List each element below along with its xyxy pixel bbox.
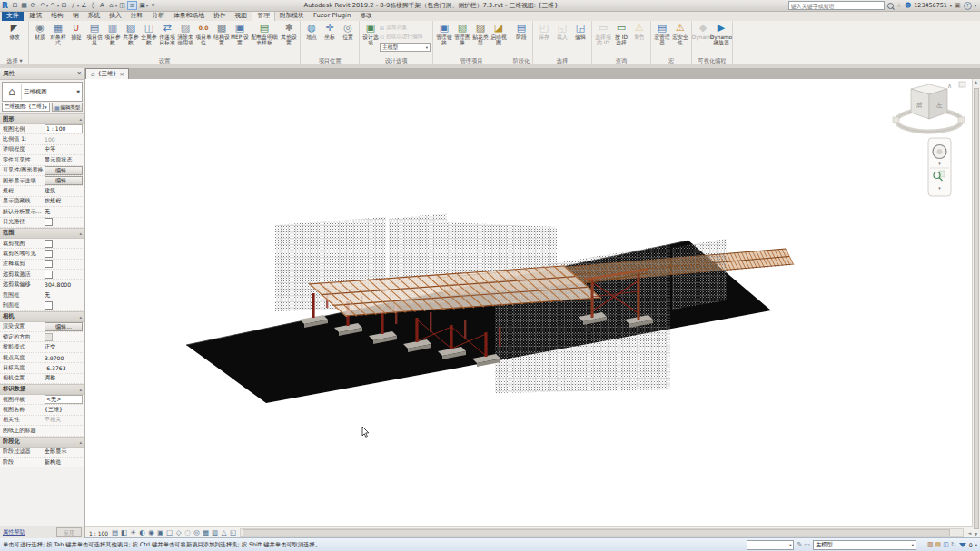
drawing-area[interactable]: 后 左 ▾ ▾ ∧ (84, 79, 973, 527)
ribbon-tab-附加模块[interactable]: 附加模块 (275, 11, 309, 21)
ribbon-tab-建筑[interactable]: 建筑 (25, 11, 47, 21)
open-icon[interactable]: ⊟ (11, 1, 19, 10)
ribbon-tab-系统[interactable]: 系统 (84, 11, 105, 21)
project-information-button[interactable]: ▤项目信息 (85, 22, 104, 57)
close-icon[interactable]: ✕ (119, 71, 124, 77)
ribbon-tab-注释[interactable]: 注释 (126, 11, 148, 21)
crop-region-icon[interactable]: □ (165, 528, 173, 537)
snaps-button[interactable]: ∪捕捉 (67, 22, 85, 57)
navigation-bar[interactable]: ▾ ▾ (928, 138, 951, 196)
object-styles-button[interactable]: ▦对象样式 (49, 22, 67, 57)
sync-icon[interactable]: ⟳ (29, 1, 37, 10)
ribbon-tab-分析[interactable]: 分析 (147, 11, 169, 21)
property-value[interactable] (45, 271, 84, 279)
property-value[interactable]: 无 (45, 291, 84, 300)
materials-button[interactable]: ◉材质 (31, 22, 49, 57)
section-header-相机[interactable]: 相机▴ (0, 311, 84, 322)
value-text[interactable]: 304.8000 (45, 281, 71, 288)
properties-help-link[interactable]: 属性帮助 (3, 528, 25, 536)
location-button[interactable]: ◍地点 (302, 22, 321, 57)
column[interactable] (450, 325, 452, 349)
ribbon-tab-视图[interactable]: 视图 (231, 11, 252, 21)
property-value[interactable] (45, 260, 84, 268)
value-text[interactable]: 无 (45, 291, 50, 300)
help-caret-icon[interactable]: ▾ (975, 4, 976, 8)
global-parameters-button[interactable]: ◫全局参数 (140, 22, 158, 57)
column[interactable] (484, 332, 487, 357)
print-icon[interactable]: ⊞ (60, 1, 68, 10)
property-value[interactable]: 正交 (45, 343, 84, 351)
save-icon[interactable]: ▦ (20, 1, 28, 10)
property-value[interactable] (45, 240, 84, 248)
property-value[interactable]: 建筑 (45, 187, 84, 195)
collapse-icon[interactable]: ▴ (79, 231, 82, 236)
macro-security-button[interactable]: ⚠宏安全性 (671, 22, 689, 57)
help-search-input[interactable] (788, 1, 885, 10)
mep-settings-button[interactable]: ▣MEP 设置 (231, 22, 249, 57)
type-selector[interactable]: ⌂ 三维视图 ▼ (2, 82, 83, 102)
property-value[interactable]: 100 (45, 136, 84, 143)
active-design-option-dropdown[interactable]: 主模型▾ (380, 43, 431, 52)
manage-links-button[interactable]: ▣管理链接 (435, 22, 453, 57)
reveal-hidden-icon[interactable]: ◎ (193, 528, 201, 537)
temp-hide-isolate-icon[interactable]: ◌ (183, 528, 192, 537)
property-value[interactable]: 新构造 (45, 458, 84, 467)
search-icon[interactable] (887, 3, 894, 9)
exclude-options-icon[interactable]: ▤ (935, 540, 942, 549)
value-text[interactable]: 3.9700 (45, 355, 64, 361)
value-box[interactable]: <无> (45, 395, 83, 404)
vertical-scrollbar[interactable]: ▲ ▼ (972, 79, 980, 538)
text-icon[interactable]: A (98, 1, 106, 10)
edit-type-button[interactable]: ▦ 编辑类型 (52, 103, 83, 112)
account-caret-icon[interactable]: ▾ (950, 4, 952, 8)
favorites-icon[interactable]: ☆ (896, 2, 902, 9)
store-icon[interactable]: ▣ (955, 2, 961, 9)
value-text[interactable]: 正交 (45, 343, 55, 351)
manage-images-button[interactable]: ▧管理图像 (453, 22, 471, 57)
checkbox[interactable] (45, 271, 53, 279)
measure-icon[interactable]: ∕ (69, 1, 77, 10)
value-text[interactable]: 中等 (45, 145, 55, 153)
position-button[interactable]: ◎位置 (339, 22, 357, 57)
design-option-dropdown[interactable]: 主模型 ▾ (813, 540, 916, 550)
value-box[interactable]: 1 : 100 (45, 124, 83, 133)
apply-button[interactable]: 应用 (56, 527, 82, 537)
undo-icon[interactable]: ↶ (38, 1, 46, 10)
filter-icon[interactable] (959, 543, 966, 547)
worksets-icon[interactable]: ▭ (804, 540, 810, 549)
value-text[interactable]: 新构造 (45, 458, 61, 467)
checkbox[interactable] (45, 260, 53, 268)
value-text[interactable]: 按规程 (45, 197, 61, 205)
view-scale-control[interactable]: 1 : 100 (87, 530, 110, 536)
section-icon[interactable]: ◫ (118, 1, 126, 10)
collapse-icon[interactable]: ▴ (79, 116, 82, 122)
section-header-标识数据[interactable]: 标识数据▴ (0, 384, 84, 395)
scaffold-block[interactable] (672, 239, 727, 310)
default-3d-view-icon-caret[interactable]: ▾ (115, 4, 117, 8)
crop-view-icon[interactable]: ▣ (156, 528, 164, 537)
instance-selector[interactable]: 三维视图: {三维} ▾ (2, 103, 50, 112)
horizontal-scrollbar[interactable] (240, 528, 964, 537)
property-value[interactable]: {三维} (45, 406, 84, 414)
edit-button[interactable]: 编辑... (45, 176, 83, 185)
redo-icon[interactable]: ↷ (49, 1, 57, 10)
property-value[interactable]: 无 (45, 208, 84, 216)
modify-button[interactable]: ◤修改 (3, 22, 26, 57)
property-value[interactable]: 中等 (45, 145, 84, 153)
background-processes-icon[interactable]: ↻ (951, 540, 956, 549)
checkbox[interactable] (45, 218, 53, 226)
panel-schedule-templates-button[interactable]: ▤配电盘明细表样板 (249, 22, 280, 57)
purge-unused-button[interactable]: ▨清除未使用项 (176, 22, 194, 57)
select-by-id-button[interactable]: ▭按 ID 选择 (612, 22, 630, 57)
column[interactable] (312, 293, 314, 318)
undo-icon-caret[interactable]: ▾ (46, 4, 48, 8)
tag-icon[interactable]: ◊ (89, 1, 97, 10)
ribbon-tab-钢[interactable]: 钢 (68, 11, 84, 21)
shadows-icon[interactable]: ◐ (138, 528, 146, 537)
help-icon[interactable]: ? (964, 2, 972, 10)
value-text[interactable]: 无 (45, 208, 50, 216)
scroll-left-arrow-icon[interactable]: ◄ (966, 530, 973, 536)
property-value[interactable]: 3.9700 (45, 355, 84, 361)
aligned-dimension-icon[interactable]: ∠ (80, 1, 88, 10)
property-value[interactable] (45, 301, 84, 310)
